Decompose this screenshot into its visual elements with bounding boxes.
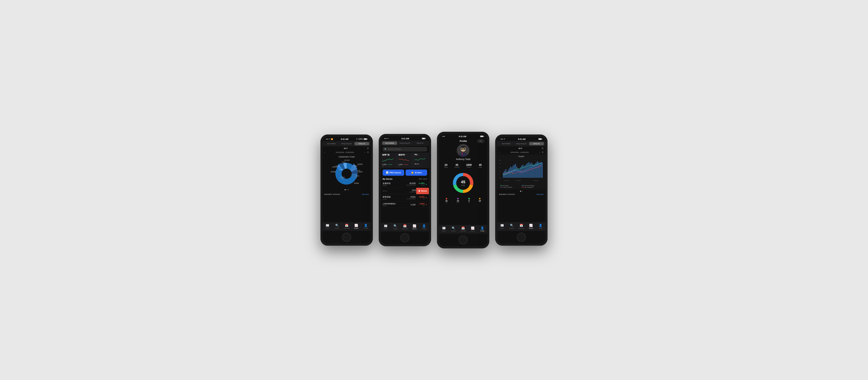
profile-icon-3: 👤 xyxy=(480,226,484,230)
nav-stocks-4[interactable]: 📈 Stocks xyxy=(526,224,536,229)
nav-news-3[interactable]: 📰 News xyxy=(439,226,448,232)
stock-row-1[interactable]: 00719 10,545 10,500-10600 +0.71% 35 🗑 De… xyxy=(381,188,429,194)
filter-icon-1[interactable]: ⚙ xyxy=(367,151,369,153)
stocks-icon-2: 📈 xyxy=(413,224,416,228)
ss-dot-yellow xyxy=(479,198,480,199)
card-val-1: 4,102 xyxy=(398,164,403,166)
svg-text:6.66%: 6.66% xyxy=(354,166,358,167)
seg-tabs-1: My Portfolio Hong Kong SC China SC xyxy=(322,141,371,146)
prev-arrow-4[interactable]: ‹ xyxy=(499,151,500,154)
home-button-3[interactable] xyxy=(459,235,468,244)
tab-my-portfolio-2[interactable]: My Portfolio xyxy=(382,142,397,145)
legend-color-ac xyxy=(522,185,524,186)
nav-profile-2[interactable]: 👤 Profile xyxy=(420,224,429,230)
tab-my-portfolio-4[interactable]: My Portfolio xyxy=(499,142,514,145)
ss-green: 5 13 xyxy=(468,198,470,203)
tab-china-1[interactable]: China SC xyxy=(354,142,369,145)
tab-hk-2[interactable]: Hong Kong SC xyxy=(398,142,412,145)
tab-hk-1[interactable]: Hong Kong SC xyxy=(339,142,354,145)
nav-search-3[interactable]: 🔍 Search xyxy=(448,226,458,232)
svg-rect-59 xyxy=(531,162,532,178)
nav-search-2[interactable]: 🔍 Search xyxy=(391,224,400,230)
nav-calendar-4[interactable]: 📅 Calendar xyxy=(517,224,526,229)
svg-point-72 xyxy=(538,166,539,167)
news-icon-4: 📰 xyxy=(500,224,504,227)
settings-icon-4[interactable]: ⚙ xyxy=(541,147,544,150)
nav-stocks-3[interactable]: 📈 Stocks xyxy=(468,226,477,232)
svg-text:10: 10 xyxy=(499,167,500,168)
ss-num-2: 5 xyxy=(468,200,470,202)
legend-new-ac: New AC Opening xyxy=(522,185,542,186)
live-filter-2[interactable]: Live ▾ xyxy=(423,178,427,180)
prev-arrow-1[interactable]: ‹ xyxy=(324,151,325,154)
filter-all-1[interactable]: All ▾ xyxy=(344,147,347,149)
nav-profile-1[interactable]: 👤 Profile xyxy=(361,224,371,229)
nav-profile-4[interactable]: 👤 Profile xyxy=(536,224,546,229)
nav-label-profile-4: Profile xyxy=(538,228,543,229)
svg-text:2017/06/02: 2017/06/02 xyxy=(516,180,521,181)
stock-row-3[interactable]: 山東新華製藥股份 00719 4,105 -2.96% 124 ▼ xyxy=(381,201,429,208)
settings-icon-1[interactable]: ⚙ xyxy=(367,147,369,150)
nav-label-stocks-3: Stocks xyxy=(470,230,475,232)
nav-news-4[interactable]: 📰 News xyxy=(497,224,507,229)
nav-news-2[interactable]: 📰 News xyxy=(381,224,391,230)
all-filter-2[interactable]: All ▾ xyxy=(418,178,422,180)
calendar-icon-1: 📅 xyxy=(345,224,348,227)
tab-my-portfolio-1[interactable]: My Portfolio xyxy=(324,142,339,145)
filter-all-4[interactable]: All ▾ xyxy=(519,147,522,149)
ai-alert-button[interactable]: 🔔 AI Alert xyxy=(406,170,427,176)
card-pts-0: 20 xyxy=(382,166,395,167)
stock-row-0[interactable]: 金風科技 02208 56,830 56,200-57,000 +1.46% 2… xyxy=(381,181,429,188)
filter-icon-4[interactable]: ⚙ xyxy=(542,151,544,153)
nav-search-1[interactable]: 🔍 Search xyxy=(332,224,342,229)
date-range-4: 01/01/2018 – 01/02/2018 xyxy=(501,151,538,153)
ss-dot-green xyxy=(468,198,470,199)
nav-search-4[interactable]: 🔍 Search xyxy=(507,224,517,229)
date-range-1: 01/01/2018 – 01/02/2018 xyxy=(326,151,364,153)
nav-calendar-1[interactable]: 📅 Calendar xyxy=(342,224,351,229)
chart-title-1: Capitalization Graph xyxy=(339,156,355,158)
tab-china-2[interactable]: China SC xyxy=(413,142,428,145)
see-more-4[interactable]: See More xyxy=(536,194,544,195)
donut-label-3: RMB xyxy=(461,184,465,186)
see-more-1[interactable]: See More xyxy=(362,194,369,195)
svg-rect-66 xyxy=(539,163,540,178)
tab-hk-4[interactable]: Hong Kong SC xyxy=(514,142,529,145)
stocks-icon-3: 📈 xyxy=(471,226,474,230)
pro-search-button[interactable]: 📊 PRO Search xyxy=(383,170,404,176)
card-name-0: 破壞下資 xyxy=(382,154,395,156)
stock-card-1[interactable]: 滬深300 4,102 +0.59% 20 xyxy=(397,152,413,168)
stock-card-2[interactable]: HS... 29,72... xyxy=(413,152,429,168)
pro-badge-3: PRO xyxy=(477,140,484,143)
news-icon-3: 📰 xyxy=(442,226,446,230)
stat-rank: 24 Rank xyxy=(444,164,448,168)
nav-calendar-3[interactable]: 📅 Calendar xyxy=(458,226,468,232)
nav-news-1[interactable]: 📰 News xyxy=(322,224,332,229)
stock-row-2[interactable]: 新華保險 01336 8,941 10,500-10600 -0.23% 21 … xyxy=(381,194,429,201)
home-button-2[interactable] xyxy=(400,233,409,242)
tab-china-4[interactable]: China SC xyxy=(529,142,544,145)
search-bar-2[interactable]: 🔍 Search Symbols... xyxy=(383,147,427,151)
nav-calendar-2[interactable]: 📅 Calendar xyxy=(400,224,410,230)
nav-stocks-2[interactable]: 📈 Stocks xyxy=(410,224,420,230)
next-arrow-1[interactable]: › xyxy=(365,151,365,154)
stock-card-0[interactable]: 破壞下資 3,430 +0.59% 20 xyxy=(381,152,397,168)
ss-label-3: 3 xyxy=(479,202,481,203)
profile-title-3: Profile xyxy=(449,140,477,142)
svg-text:3.52%: 3.52% xyxy=(356,175,359,177)
nav-stocks-1[interactable]: 📈 Stocks xyxy=(351,224,361,229)
sr-vol-0: 56,200-57,000 xyxy=(399,184,415,186)
nav-profile-3[interactable]: 👤 Profile xyxy=(477,226,487,232)
sr-price-1: 10,545 xyxy=(400,189,418,191)
home-button-4[interactable] xyxy=(517,233,526,242)
mystocks-filters-2: All ▾ Live ▾ xyxy=(418,178,427,180)
svg-rect-64 xyxy=(537,161,538,178)
svg-text:2.5: 2.5 xyxy=(499,177,500,178)
ss-red: 15 130 xyxy=(445,198,447,203)
time-2: 9:41 AM xyxy=(401,138,409,140)
pro-search-label: PRO Search xyxy=(390,172,401,174)
delete-button[interactable]: 🗑 Delete xyxy=(416,188,429,194)
card-val-2: 29,72... xyxy=(414,163,428,165)
home-button-1[interactable] xyxy=(342,233,351,242)
next-arrow-4[interactable]: › xyxy=(539,151,540,154)
